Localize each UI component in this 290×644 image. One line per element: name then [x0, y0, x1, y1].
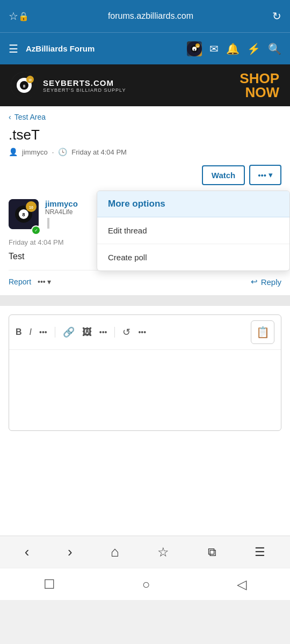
svg-text:8: 8	[194, 48, 195, 52]
action-bar: Watch ••• ▾ More options Edit thread Cre…	[0, 165, 290, 191]
post-actions: Report ••• ▾ ↩ Reply	[9, 270, 281, 287]
undo-button[interactable]: ↺	[122, 326, 130, 338]
thread-title: .tseT	[0, 125, 290, 148]
url-display[interactable]: forums.azbilliards.com	[108, 11, 193, 21]
report-button[interactable]: Report	[9, 277, 31, 286]
thread-meta: 👤 jimmyco · 🕓 Friday at 4:04 PM	[0, 148, 290, 165]
editor-body[interactable]	[9, 350, 281, 430]
banner-ball-icon: 8 10	[11, 72, 38, 99]
content-spacer	[0, 295, 290, 306]
dropdown-header: More options	[97, 191, 289, 217]
breadcrumb-back-icon: ‹	[9, 113, 11, 121]
nav-bar: ☰ AzBilliards Forum 8 10 ✉ 🔔 ⚡ 🔍	[0, 32, 290, 64]
user-avatar-post[interactable]: 8 10	[9, 199, 39, 229]
dropdown-arrow-icon: ▾	[269, 170, 273, 180]
browser-bar: ☆ 🔒 forums.azbilliards.com ↻	[0, 0, 290, 32]
page-content: ‹ Test Area .tseT 👤 jimmyco · 🕓 Friday a…	[0, 106, 290, 536]
edit-thread-item[interactable]: Edit thread	[97, 217, 289, 244]
watch-button[interactable]: Watch	[202, 165, 245, 185]
hamburger-menu-icon[interactable]: ☰	[9, 42, 18, 55]
attach-button[interactable]: 📋	[251, 320, 274, 344]
site-name: AzBilliards Forum	[26, 44, 179, 53]
author-icon: 👤	[9, 148, 18, 156]
dropdown-pointer	[264, 191, 274, 191]
more-dots-label: •••	[258, 171, 266, 180]
search-icon[interactable]: 🔍	[268, 42, 281, 55]
reply-button[interactable]: ↩ Reply	[251, 277, 281, 287]
svg-text:8: 8	[23, 84, 26, 89]
notification-bell-icon[interactable]: 🔔	[226, 42, 240, 55]
system-nav: ☐ ○ ◁	[0, 568, 290, 600]
format-more-button[interactable]: •••	[138, 328, 146, 336]
insert-more-button[interactable]: •••	[99, 328, 107, 336]
reply-editor: B I ••• 🔗 🖼 ••• ↺ ••• 📋	[9, 314, 281, 431]
more-options-button[interactable]: ••• ▾	[249, 165, 281, 185]
svg-text:10: 10	[28, 78, 32, 82]
lock-icon: 🔒	[18, 11, 29, 21]
image-button[interactable]: 🖼	[82, 327, 92, 338]
browser-menu-button[interactable]: ☰	[250, 541, 270, 564]
breadcrumb[interactable]: ‹ Test Area	[0, 106, 290, 125]
forward-button[interactable]: ›	[63, 539, 77, 565]
favorite-icon[interactable]: ☆	[9, 10, 18, 23]
post-actions-left: Report ••• ▾	[9, 277, 51, 286]
reply-label: Reply	[261, 277, 281, 287]
back-button[interactable]: ‹	[20, 539, 34, 565]
italic-button[interactable]: I	[30, 327, 32, 337]
reply-icon: ↩	[251, 277, 258, 287]
svg-text:8: 8	[22, 212, 25, 217]
toolbar-separator-1	[55, 327, 55, 338]
browser-bottom-nav: ‹ › ⌂ ☆ ⧉ ☰	[0, 536, 290, 568]
refresh-icon[interactable]: ↻	[272, 10, 281, 23]
user-avatar[interactable]: 8 10	[187, 41, 202, 56]
mail-icon[interactable]: ✉	[209, 42, 219, 55]
avatar-wrap: 8 10 ✓	[9, 199, 39, 233]
thread-author[interactable]: jimmyco	[22, 148, 48, 156]
toolbar-separator-2	[114, 327, 115, 338]
text-more-button[interactable]: •••	[39, 328, 47, 336]
breadcrumb-link[interactable]: Test Area	[15, 113, 46, 121]
svg-text:10: 10	[197, 45, 199, 48]
editor-toolbar: B I ••• 🔗 🖼 ••• ↺ ••• 📋	[9, 315, 281, 350]
create-poll-item[interactable]: Create poll	[97, 244, 289, 270]
more-post-button[interactable]: ••• ▾	[38, 277, 51, 286]
home-button[interactable]: ⌂	[106, 539, 124, 565]
attach-icon: 📋	[256, 326, 270, 339]
link-button[interactable]: 🔗	[63, 326, 75, 338]
back-system-button[interactable]: ◁	[237, 577, 247, 592]
divider-line	[47, 218, 49, 229]
home-system-button[interactable]: ○	[142, 577, 150, 592]
banner-ad: 8 10 SEYBERTS.COM SEYBERT'S BILLIARD SUP…	[0, 64, 290, 106]
recent-apps-button[interactable]: ☐	[44, 577, 55, 592]
online-badge: ✓	[31, 225, 41, 235]
bold-button[interactable]: B	[16, 327, 22, 337]
banner-brand: SEYBERTS.COM SEYBERT'S BILLIARD SUPPLY	[43, 78, 126, 93]
banner-cta[interactable]: SHOP NOW	[240, 71, 279, 99]
clock-icon: 🕓	[58, 148, 67, 156]
svg-text:10: 10	[29, 206, 33, 209]
more-options-dropdown: More options Edit thread Create poll	[97, 191, 290, 271]
bookmark-button[interactable]: ☆	[153, 540, 173, 564]
tabs-button[interactable]: ⧉	[204, 541, 221, 564]
thread-date: Friday at 4:04 PM	[71, 148, 127, 156]
flash-icon[interactable]: ⚡	[247, 42, 260, 55]
